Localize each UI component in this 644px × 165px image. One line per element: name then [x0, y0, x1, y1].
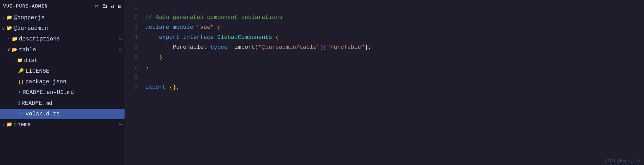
- chevron-down-icon: ∨: [2, 25, 5, 32]
- sidebar-item-label: descriptions: [19, 35, 119, 44]
- line-numbers: 1 2 3 4 5 6 7 8 9: [125, 3, 143, 162]
- git-arrow-icon: ↪: [119, 46, 125, 54]
- sidebar-item-readme-en[interactable]: ⬇ README.en-US.md: [0, 87, 125, 98]
- line-num-1: 1: [125, 3, 138, 13]
- code-content[interactable]: // Auto generated component declarations…: [143, 3, 644, 162]
- sidebar-item-volar[interactable]: TS volar.d.ts: [0, 109, 125, 119]
- sidebar: VUE-PURE-ADMIN ☐ 🗀 ↺ ⊟ › 📁 @popperjs ∨ 📂…: [0, 0, 125, 165]
- line-4: PureTable: typeof import("@pureadmin/tab…: [145, 44, 371, 51]
- line-num-8: 8: [125, 73, 138, 83]
- sidebar-item-label: @popperjs: [14, 13, 125, 22]
- code-area: 1 2 3 4 5 6 7 8 9 // Auto generated comp…: [125, 0, 644, 165]
- sidebar-item-readme[interactable]: ℹ README.md: [0, 98, 125, 109]
- sidebar-header-icons: ☐ 🗀 ↺ ⊟: [95, 3, 121, 10]
- md-info-icon: ℹ: [18, 100, 20, 107]
- chevron-right-icon: ›: [7, 36, 10, 43]
- line-6: }: [145, 64, 149, 71]
- new-file-icon[interactable]: ☐: [95, 3, 98, 10]
- line-num-6: 6: [125, 53, 138, 63]
- sidebar-item-label: LICENSE: [25, 67, 125, 76]
- line-3: export interface GlobalComponents {: [145, 34, 279, 41]
- collapse-icon[interactable]: ⊟: [118, 3, 121, 10]
- sidebar-item-label: theme: [14, 120, 119, 129]
- folder-open-icon: 📂: [6, 25, 12, 32]
- line-num-7: 7: [125, 63, 138, 73]
- sidebar-header: VUE-PURE-ADMIN ☐ 🗀 ↺ ⊟: [0, 0, 125, 12]
- git-arrow-icon: ↪: [119, 121, 125, 128]
- line-num-4: 4: [125, 33, 138, 43]
- sidebar-item-theme[interactable]: › 📁 theme ↪: [0, 119, 125, 130]
- json-icon: {}: [18, 78, 24, 86]
- chevron-down-icon: ∨: [7, 46, 10, 54]
- sidebar-item-label: README.en-US.md: [23, 88, 125, 97]
- line-num-2: 2: [125, 13, 138, 23]
- sidebar-item-label: @pureadmin: [14, 24, 125, 33]
- sidebar-item-label: dist: [24, 56, 125, 65]
- sidebar-item-label: package.json: [25, 77, 125, 86]
- chevron-right-icon: ›: [2, 121, 5, 128]
- folder-open-icon: 📂: [12, 46, 17, 54]
- git-arrow-icon: ↪: [119, 36, 125, 43]
- line-2: declare module "vue" {: [145, 24, 221, 31]
- line-num-9: 9: [125, 82, 138, 93]
- line-8: export {};: [145, 84, 180, 91]
- line-1: // Auto generated component declarations: [145, 14, 282, 21]
- watermark: CSDN @Bwcx_lzp: [605, 159, 640, 163]
- sidebar-item-dist[interactable]: › 📁 dist: [0, 55, 125, 66]
- folder-icon: 📁: [6, 14, 12, 22]
- line-5: }: [145, 54, 162, 61]
- sidebar-item-label: volar.d.ts: [25, 109, 125, 119]
- md-download-icon: ⬇: [18, 89, 21, 97]
- sidebar-item-license[interactable]: 🔑 LICENSE: [0, 66, 125, 77]
- chevron-right-icon: ›: [12, 57, 15, 64]
- ts-icon: TS: [18, 111, 23, 117]
- sidebar-tree: › 📁 @popperjs ∨ 📂 @pureadmin › 📁 descrip…: [0, 12, 125, 165]
- sidebar-item-label: README.md: [22, 99, 125, 108]
- editor: 1 2 3 4 5 6 7 8 9 // Auto generated comp…: [125, 0, 644, 165]
- line-num-3: 3: [125, 23, 138, 33]
- refresh-icon[interactable]: ↺: [111, 3, 114, 10]
- sidebar-item-descriptions[interactable]: › 📁 descriptions ↪: [0, 34, 125, 44]
- line-num-5: 5: [125, 43, 138, 53]
- chevron-right-icon: ›: [2, 14, 5, 22]
- sidebar-item-table[interactable]: ∨ 📂 table ↪: [0, 45, 125, 55]
- license-icon: 🔑: [18, 67, 24, 75]
- new-folder-icon[interactable]: 🗀: [102, 3, 107, 10]
- folder-icon: 📁: [6, 121, 12, 128]
- sidebar-item-label: table: [19, 45, 119, 54]
- folder-icon: 📁: [17, 57, 23, 64]
- sidebar-item-package-json[interactable]: {} package.json: [0, 77, 125, 87]
- sidebar-title: VUE-PURE-ADMIN: [3, 4, 48, 9]
- folder-icon: 📁: [12, 36, 17, 43]
- sidebar-item-pureadmin[interactable]: ∨ 📂 @pureadmin: [0, 23, 125, 34]
- sidebar-item-popperjs[interactable]: › 📁 @popperjs: [0, 12, 125, 23]
